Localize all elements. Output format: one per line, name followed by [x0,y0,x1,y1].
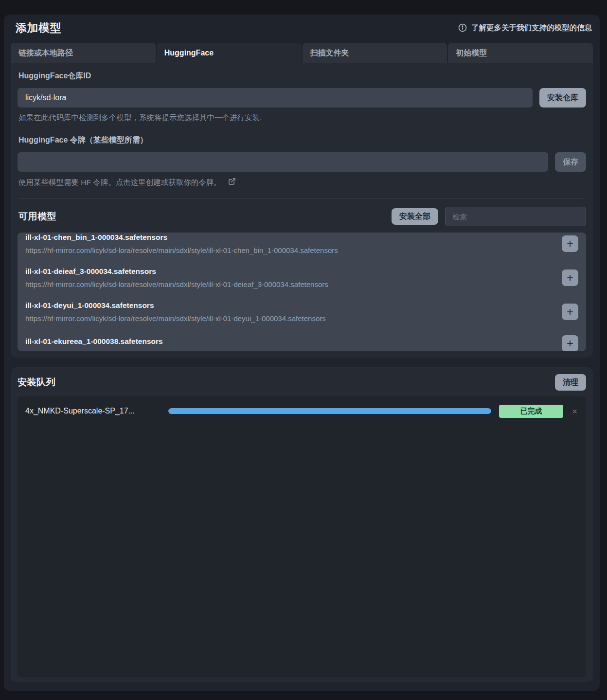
progress-bar-fill [168,408,491,414]
add-model-button[interactable]: + [562,304,578,320]
section-divider [18,198,585,198]
token-input[interactable] [18,152,548,172]
install-queue-header: 安装队列 清理 [18,374,586,391]
token-help-text: 使用某些模型需要 HF 令牌。点击这里创建或获取你的令牌。 [18,178,221,188]
learn-more-link[interactable]: 了解更多关于我们支持的模型的信息 [458,23,592,33]
model-name: ill-xl-01-chen_bin_1-000034.safetensors [25,233,555,242]
info-icon [458,23,467,32]
repo-id-input[interactable] [18,88,533,108]
tab-huggingface[interactable]: HuggingFace [157,43,302,63]
model-url: https://hf-mirror.com/licyk/sd-lora/reso… [25,280,555,288]
repo-help-text: 如果在此代码库中检测到多个模型，系统将提示您选择其中一个进行安装. [18,113,586,123]
model-list[interactable]: ill-xl-01-chen_bin_1-000034.safetensors … [18,233,586,351]
queue-item-name: 4x_NMKD-Superscale-SP_17... [25,407,161,415]
model-url: https://hf-mirror.com/licyk/sd-lora/reso… [25,246,555,254]
model-list-item: ill-xl-01-deieaf_3-000034.safetensors ht… [25,261,578,295]
tab-scan-folder[interactable]: 扫描文件夹 [303,43,447,63]
external-link-icon[interactable] [228,178,236,187]
progress-bar [168,408,491,414]
model-list-item: ill-xl-01-deyui_1-000034.safetensors htt… [25,295,578,329]
page-title: 添加模型 [16,20,61,36]
close-icon[interactable]: × [571,407,578,416]
token-help-row: 使用某些模型需要 HF 令牌。点击这里创建或获取你的令牌。 [18,178,586,187]
add-model-dialog: 添加模型 了解更多关于我们支持的模型的信息 链接或本地路径 HuggingFac… [4,15,600,691]
install-queue-section: 安装队列 清理 4x_NMKD-Superscale-SP_17... 已完成 … [11,367,593,682]
tab-bar: 链接或本地路径 HuggingFace 扫描文件夹 初始模型 [11,43,593,63]
install-queue-title: 安装队列 [18,376,55,389]
status-badge: 已完成 [499,405,563,418]
tab-starter-models[interactable]: 初始模型 [448,43,593,63]
learn-more-label: 了解更多关于我们支持的模型的信息 [471,23,592,33]
save-token-button[interactable]: 保存 [555,152,586,172]
dialog-header: 添加模型 了解更多关于我们支持的模型的信息 [11,20,593,35]
queue-item: 4x_NMKD-Superscale-SP_17... 已完成 × [25,403,578,419]
model-name: ill-xl-01-deyui_1-000034.safetensors [25,301,555,310]
available-models-title: 可用模型 [18,210,56,223]
model-list-item: ill-xl-01-chen_bin_1-000034.safetensors … [25,233,578,261]
model-url: https://hf-mirror.com/licyk/sd-lora/reso… [25,314,555,323]
repo-id-row: 安装仓库 [18,88,586,108]
install-repo-button[interactable]: 安装仓库 [539,88,586,108]
huggingface-tab-panel: HuggingFace仓库ID 安装仓库 如果在此代码库中检测到多个模型，系统将… [11,63,593,358]
install-queue-list: 4x_NMKD-Superscale-SP_17... 已完成 × [18,396,586,677]
model-search-input[interactable] [445,207,586,226]
add-model-button[interactable]: + [562,235,578,252]
clear-queue-button[interactable]: 清理 [555,374,586,391]
repo-id-label: HuggingFace仓库ID [18,71,586,80]
token-label: HuggingFace 令牌（某些模型所需） [18,135,586,144]
add-model-button[interactable]: + [562,335,578,351]
model-list-item: ill-xl-01-ekureea_1-000038.safetensors + [25,329,578,351]
model-name: ill-xl-01-ekureea_1-000038.safetensors [25,337,555,346]
model-name: ill-xl-01-deieaf_3-000034.safetensors [25,267,555,276]
install-all-button[interactable]: 安装全部 [392,208,438,225]
token-row: 保存 [18,152,586,172]
available-models-header: 可用模型 安装全部 [18,207,586,226]
add-model-button[interactable]: + [562,269,578,286]
tab-link-or-local-path[interactable]: 链接或本地路径 [11,43,156,63]
